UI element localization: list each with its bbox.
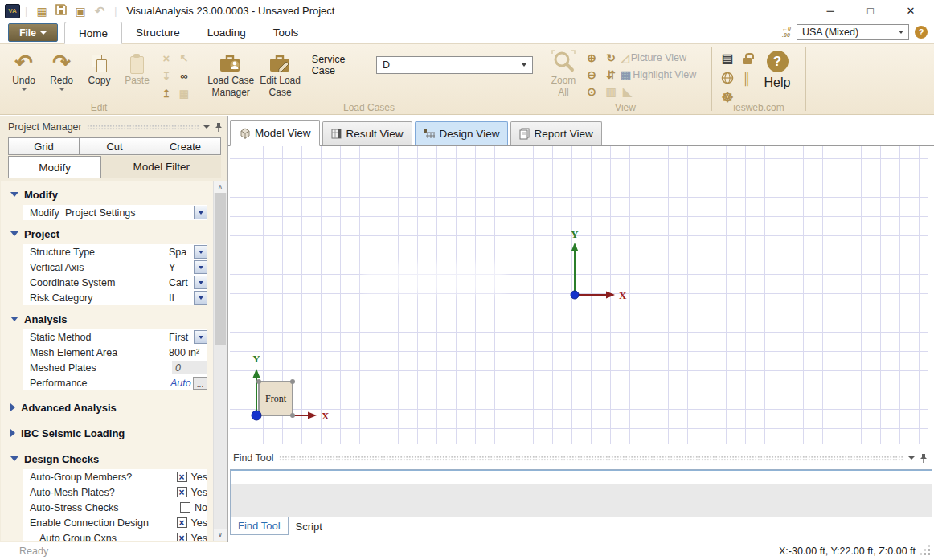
structure-type-row[interactable]: Structure Type Spa (23, 244, 207, 260)
dropdown-button[interactable] (194, 291, 207, 305)
maximize-button[interactable]: □ (865, 5, 876, 17)
tab-home[interactable]: Home (64, 22, 122, 44)
section-analysis[interactable]: Analysis (1, 309, 227, 329)
print-preview-icon[interactable]: ▣ (72, 5, 88, 18)
panel-menu-icon[interactable] (908, 456, 915, 460)
find-binoculars-icon[interactable]: ∞ (175, 67, 193, 84)
quick-undo-icon[interactable]: ↶ (92, 0, 108, 22)
performance-row[interactable]: Performance Auto ... (23, 375, 207, 390)
auto-stress-checks-row[interactable]: Auto-Stress Checks No (23, 500, 207, 515)
context-help-icon[interactable]: ? (915, 26, 928, 39)
save-icon[interactable] (53, 4, 69, 18)
tab-modify[interactable]: Modify (8, 156, 101, 178)
tab-design-view[interactable]: Design View (415, 121, 509, 145)
member-fence-icon[interactable]: ▥ (601, 85, 621, 98)
paste-special-icon[interactable]: ↧ (158, 67, 175, 84)
zoom-window-icon[interactable]: ⊙ (582, 85, 601, 98)
checkbox-unchecked[interactable] (180, 502, 190, 513)
picture-view-button[interactable]: ◿ Picture View (621, 51, 696, 64)
cut-button[interactable]: Cut (80, 137, 150, 155)
copy-button[interactable]: Copy (80, 47, 118, 86)
help-button[interactable]: ? Help (756, 47, 798, 90)
dropdown-button[interactable] (194, 206, 207, 219)
load-levels-icon[interactable]: ⇵ (601, 68, 621, 81)
column-icon[interactable]: ║ (737, 72, 756, 85)
scrollbar[interactable]: ∧ ∨ (213, 181, 227, 541)
redo-button[interactable]: ↷ Redo (43, 47, 80, 91)
service-case-dropdown[interactable]: D (376, 56, 533, 74)
find-tool-panel: Find Tool Find Tool Script (230, 450, 932, 535)
delete-icon[interactable]: × (158, 49, 175, 67)
unlock-icon[interactable] (737, 53, 756, 64)
auto-group-cxns-row[interactable]: Auto Group Cxns × Yes (23, 530, 207, 541)
tab-script[interactable]: Script (289, 517, 330, 535)
tab-tools[interactable]: Tools (260, 22, 313, 44)
dropdown-button[interactable] (194, 245, 207, 259)
auto-mesh-plates-row[interactable]: Auto-Mesh Plates? × Yes (23, 484, 207, 500)
file-menu-button[interactable]: File (8, 23, 58, 42)
create-button[interactable]: Create (150, 137, 221, 155)
enable-connection-design-row[interactable]: Enable Connection Design × Yes (23, 515, 207, 530)
resize-grip-icon[interactable] (920, 546, 932, 557)
globe-icon[interactable] (718, 72, 737, 84)
drag-handle[interactable] (279, 456, 904, 461)
paste-button[interactable]: Paste (118, 47, 156, 86)
pin-icon[interactable] (920, 453, 928, 464)
more-options-button[interactable]: ... (193, 377, 207, 390)
minimize-button[interactable]: ─ (825, 5, 836, 17)
collapse-icon (10, 317, 18, 321)
units-dropdown[interactable]: USA (Mixed) (797, 24, 909, 40)
section-project[interactable]: Project (1, 223, 227, 244)
panel-menu-icon[interactable] (203, 125, 210, 129)
find-input[interactable] (231, 470, 932, 484)
set-square-icon[interactable]: ◣ (621, 85, 632, 98)
tab-structure[interactable]: Structure (122, 22, 194, 44)
selection-boxes-icon[interactable]: ▦ (175, 84, 193, 102)
mesh-element-area-row[interactable]: Mesh Element Area 800 in² (23, 345, 207, 360)
zoom-all-button[interactable]: Zoom All (545, 47, 582, 98)
close-button[interactable]: ✕ (905, 5, 916, 17)
coordinate-system-row[interactable]: Coordinate System Cart (23, 275, 207, 290)
grid-button[interactable]: Grid (8, 137, 80, 155)
section-modify[interactable]: Modify (1, 184, 227, 205)
drag-handle[interactable] (87, 125, 199, 130)
checkbox-checked[interactable]: × (177, 517, 187, 528)
scroll-up-icon[interactable]: ∧ (214, 181, 227, 193)
vertical-axis-row[interactable]: Vertical Axis Y (23, 260, 207, 275)
tab-find-tool[interactable]: Find Tool (230, 517, 289, 535)
highlight-view-button[interactable]: ▦ Highlight View (621, 68, 696, 81)
pin-icon[interactable] (215, 122, 223, 133)
select-cursor-icon[interactable]: ↖ (175, 49, 193, 67)
checkbox-checked[interactable]: × (177, 533, 187, 541)
tab-report-view[interactable]: Report View (510, 121, 601, 145)
new-project-icon[interactable]: ▦ (34, 5, 50, 18)
section-ibc-seismic[interactable]: IBC Seismic Loading (1, 423, 227, 444)
section-advanced-analysis[interactable]: Advanced Analysis (1, 397, 227, 418)
dropdown-button[interactable] (194, 276, 207, 289)
modify-target-row[interactable]: Modify Project Settings (23, 205, 207, 220)
dropdown-button[interactable] (194, 330, 207, 344)
tab-model-filter[interactable]: Model Filter (101, 156, 221, 178)
static-method-row[interactable]: Static Method First (23, 329, 207, 345)
undo-button[interactable]: ↶ Undo (5, 47, 43, 91)
dropdown-button[interactable] (194, 260, 207, 274)
zoom-in-icon[interactable]: ⊕ (582, 51, 601, 64)
checkbox-checked[interactable]: × (177, 487, 187, 497)
scroll-down-icon[interactable]: ∨ (214, 529, 227, 541)
tab-model-view[interactable]: Model View (230, 120, 320, 146)
news-icon[interactable]: ▤ (718, 51, 737, 66)
load-case-manager-button[interactable]: Load Case Manager (205, 47, 256, 98)
unit-precision-icon[interactable]: ←0.00 (782, 26, 791, 39)
edit-load-case-button[interactable]: Edit Load Case (256, 47, 303, 98)
checkbox-checked[interactable]: × (177, 472, 187, 482)
auto-group-members-row[interactable]: Auto-Group Members? × Yes (23, 469, 207, 484)
scrollbar-thumb[interactable] (215, 193, 226, 345)
zoom-out-icon[interactable]: ⊖ (582, 68, 601, 81)
tab-loading[interactable]: Loading (194, 22, 260, 44)
tab-result-view[interactable]: Result View (322, 121, 412, 145)
pan-view-icon[interactable]: ↻ (601, 51, 621, 64)
section-design-checks[interactable]: Design Checks (1, 448, 227, 469)
risk-category-row[interactable]: Risk Category II (23, 290, 207, 305)
model-canvas[interactable]: Y X Y X Front (230, 146, 928, 444)
copy-special-icon[interactable]: ↥ (158, 84, 175, 102)
